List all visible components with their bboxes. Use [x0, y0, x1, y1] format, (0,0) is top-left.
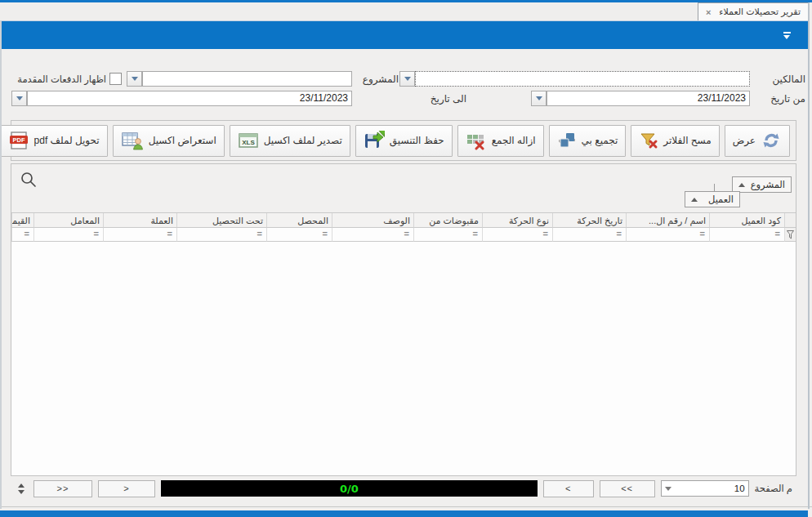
- show-advance-payments-label: اظهار الدفعات المقدمة: [18, 72, 106, 87]
- button-label: تصدير لملف اكسيل: [264, 135, 342, 146]
- tab-collections-report[interactable]: تقرير تحصيلات العملاء ×: [698, 2, 809, 20]
- page-size-combobox[interactable]: 10: [661, 480, 749, 497]
- column-header[interactable]: تاريخ الحركة: [552, 213, 626, 228]
- button-label: تجميع بي: [582, 135, 618, 146]
- owners-combobox[interactable]: [399, 71, 750, 87]
- show-advance-payments-checkbox[interactable]: [109, 73, 122, 85]
- filter-cell[interactable]: =: [482, 228, 552, 242]
- row-height-spinner[interactable]: [15, 480, 28, 497]
- button-label: عرض: [733, 135, 756, 146]
- filter-cell[interactable]: =: [11, 228, 33, 242]
- svg-text:XLS: XLS: [242, 139, 255, 146]
- column-header[interactable]: تحت التحصيل: [176, 213, 266, 228]
- close-icon[interactable]: ×: [706, 7, 711, 17]
- button-label: استعراض اكسيل: [149, 135, 216, 146]
- group-by-icon: [557, 131, 577, 150]
- pager-bar: م الصفحة 10 >> > 0/0 < <<: [11, 477, 796, 500]
- group-by-button[interactable]: تجميع بي: [549, 125, 627, 157]
- grid-header-row: كود العميل اسم / رقم ال... تاريخ الحركة …: [11, 212, 796, 228]
- button-label: ازاله الجمع: [492, 135, 536, 146]
- filter-cell[interactable]: =: [266, 228, 332, 242]
- group-chip-project[interactable]: المشروع: [732, 176, 792, 193]
- auto-filter-row: = = = = = = = = = = =: [11, 228, 796, 242]
- column-header[interactable]: المحصل: [266, 213, 332, 228]
- remove-grouping-button[interactable]: ازاله الجمع: [457, 125, 544, 157]
- search-icon[interactable]: [20, 171, 38, 189]
- preview-excel-button[interactable]: استعراض اكسيل: [113, 125, 225, 157]
- save-layout-button[interactable]: حفظ التنسيق: [355, 125, 453, 157]
- chevron-down-icon[interactable]: [399, 71, 415, 87]
- column-header[interactable]: كود العميل: [709, 213, 784, 228]
- ribbon-bar: [2, 20, 808, 49]
- project-combobox[interactable]: [127, 71, 352, 87]
- column-header[interactable]: نوع الحركة: [482, 213, 552, 228]
- row-indicator-header: [784, 213, 796, 228]
- chevron-down-icon: [665, 487, 671, 491]
- page-size-value: 10: [671, 484, 745, 493]
- filter-cell[interactable]: =: [552, 228, 626, 242]
- bottom-divider: [0, 506, 812, 507]
- group-chip-client[interactable]: العميل: [685, 191, 740, 207]
- tab-title: تقرير تحصيلات العملاء: [719, 7, 801, 17]
- window-left-border: [0, 20, 2, 509]
- filter-cell[interactable]: =: [332, 228, 413, 242]
- remove-grouping-icon: [466, 131, 487, 150]
- owners-field[interactable]: [415, 71, 750, 87]
- column-header[interactable]: اسم / رقم ال...: [626, 213, 709, 228]
- refresh-icon: [761, 131, 782, 150]
- svg-text:PDF: PDF: [12, 136, 25, 144]
- filter-cell[interactable]: =: [626, 228, 709, 242]
- chevron-down-icon[interactable]: [11, 91, 27, 106]
- first-page-button[interactable]: <<: [33, 480, 92, 497]
- column-header[interactable]: مقبوضات من: [413, 213, 482, 228]
- report-window: تقرير تحصيلات العملاء × المالكين المشروع…: [0, 0, 812, 517]
- pdf-icon: PDF: [8, 131, 29, 150]
- filter-cell[interactable]: =: [176, 228, 266, 242]
- export-excel-file-button[interactable]: تصدير لملف اكسيل XLS: [230, 125, 350, 157]
- view-button[interactable]: عرض: [725, 125, 790, 157]
- sort-ascending-icon: [738, 183, 745, 187]
- tab-strip: تقرير تحصيلات العملاء ×: [0, 2, 812, 20]
- convert-to-pdf-button[interactable]: تحويل لملف pdf PDF: [0, 125, 108, 157]
- filter-cell[interactable]: =: [103, 228, 176, 242]
- next-page-button[interactable]: >: [543, 480, 594, 497]
- column-header[interactable]: المعامل: [33, 213, 103, 228]
- owners-label: المالكين: [772, 72, 805, 87]
- column-header[interactable]: القيمة بالمحلى: [11, 213, 33, 228]
- clear-filter-icon: [639, 131, 658, 150]
- bottom-accent-strip: [0, 510, 808, 517]
- collapse-ribbon-icon[interactable]: [782, 31, 792, 40]
- column-header[interactable]: الوصف: [332, 213, 413, 228]
- project-field[interactable]: [142, 71, 352, 87]
- save-layout-icon: [364, 131, 385, 150]
- filter-cell[interactable]: =: [709, 228, 784, 242]
- button-label: حفظ التنسيق: [390, 135, 444, 146]
- chevron-down-icon: [18, 490, 25, 494]
- button-label: تحويل لملف pdf: [34, 135, 100, 146]
- chevron-up-icon: [18, 484, 25, 488]
- chevron-down-icon[interactable]: [127, 71, 142, 87]
- sort-ascending-icon: [691, 198, 698, 202]
- prev-page-button[interactable]: <: [98, 480, 155, 497]
- group-by-panel: المشروع العميل: [11, 164, 796, 212]
- preview-excel-icon: [121, 131, 144, 150]
- from-date-field[interactable]: 23/11/2023: [547, 91, 750, 106]
- clear-filters-button[interactable]: مسح الفلاتر: [631, 125, 719, 157]
- to-date-field[interactable]: 23/11/2023: [27, 91, 352, 106]
- page-size-label: م الصفحة: [755, 483, 792, 494]
- export-xls-icon: XLS: [238, 131, 259, 150]
- to-date-editor[interactable]: 23/11/2023: [11, 91, 352, 106]
- to-date-label: الى تاريخ: [413, 91, 466, 106]
- filter-cell[interactable]: =: [413, 228, 482, 242]
- from-date-editor[interactable]: 23/11/2023: [531, 91, 750, 106]
- filter-pin-icon: [787, 230, 794, 239]
- grid-data-area[interactable]: [11, 242, 796, 475]
- chevron-down-icon[interactable]: [531, 91, 547, 106]
- column-header[interactable]: العملة: [103, 213, 176, 228]
- filter-cell[interactable]: =: [33, 228, 103, 242]
- button-label: مسح الفلاتر: [663, 135, 711, 146]
- project-label: المشروع: [364, 72, 399, 87]
- progress-bar: 0/0: [161, 480, 538, 497]
- group-chip-label: المشروع: [751, 179, 785, 190]
- last-page-button[interactable]: >>: [600, 480, 655, 497]
